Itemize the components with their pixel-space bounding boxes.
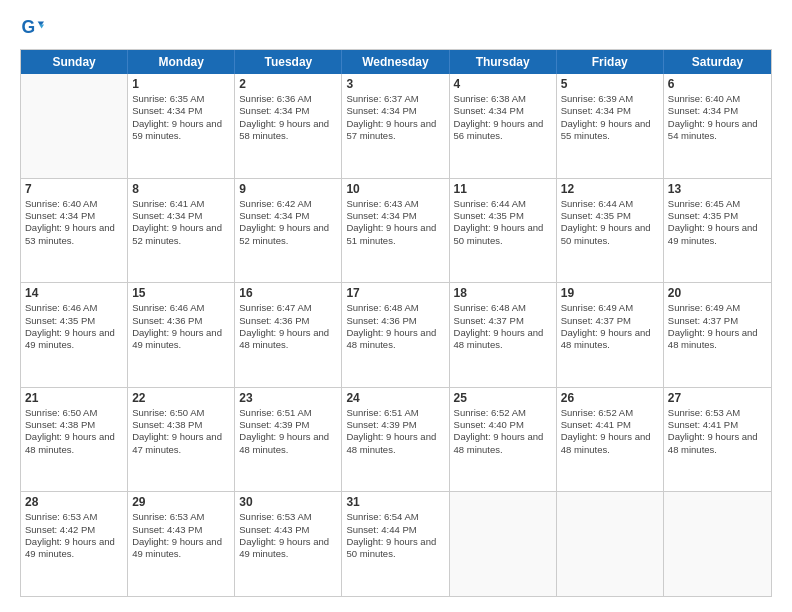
cell-info: Sunrise: 6:48 AMSunset: 4:37 PMDaylight:…: [454, 302, 552, 351]
calendar-cell-2-4: 18Sunrise: 6:48 AMSunset: 4:37 PMDayligh…: [450, 283, 557, 387]
day-number: 16: [239, 286, 337, 300]
cell-info: Sunrise: 6:35 AMSunset: 4:34 PMDaylight:…: [132, 93, 230, 142]
day-number: 31: [346, 495, 444, 509]
header-day-friday: Friday: [557, 50, 664, 74]
calendar-cell-4-5: [557, 492, 664, 596]
calendar-cell-2-6: 20Sunrise: 6:49 AMSunset: 4:37 PMDayligh…: [664, 283, 771, 387]
cell-info: Sunrise: 6:40 AMSunset: 4:34 PMDaylight:…: [668, 93, 767, 142]
cell-info: Sunrise: 6:36 AMSunset: 4:34 PMDaylight:…: [239, 93, 337, 142]
day-number: 14: [25, 286, 123, 300]
cell-info: Sunrise: 6:46 AMSunset: 4:35 PMDaylight:…: [25, 302, 123, 351]
day-number: 20: [668, 286, 767, 300]
day-number: 23: [239, 391, 337, 405]
day-number: 28: [25, 495, 123, 509]
svg-marker-2: [39, 25, 44, 29]
calendar-cell-3-3: 24Sunrise: 6:51 AMSunset: 4:39 PMDayligh…: [342, 388, 449, 492]
calendar-cell-2-3: 17Sunrise: 6:48 AMSunset: 4:36 PMDayligh…: [342, 283, 449, 387]
day-number: 1: [132, 77, 230, 91]
cell-info: Sunrise: 6:39 AMSunset: 4:34 PMDaylight:…: [561, 93, 659, 142]
cell-info: Sunrise: 6:40 AMSunset: 4:34 PMDaylight:…: [25, 198, 123, 247]
cell-info: Sunrise: 6:46 AMSunset: 4:36 PMDaylight:…: [132, 302, 230, 351]
day-number: 25: [454, 391, 552, 405]
calendar-cell-3-5: 26Sunrise: 6:52 AMSunset: 4:41 PMDayligh…: [557, 388, 664, 492]
calendar-row-0: 1Sunrise: 6:35 AMSunset: 4:34 PMDaylight…: [21, 74, 771, 178]
calendar-header: SundayMondayTuesdayWednesdayThursdayFrid…: [21, 50, 771, 74]
cell-info: Sunrise: 6:47 AMSunset: 4:36 PMDaylight:…: [239, 302, 337, 351]
header-day-wednesday: Wednesday: [342, 50, 449, 74]
calendar-cell-3-6: 27Sunrise: 6:53 AMSunset: 4:41 PMDayligh…: [664, 388, 771, 492]
day-number: 24: [346, 391, 444, 405]
calendar-cell-1-3: 10Sunrise: 6:43 AMSunset: 4:34 PMDayligh…: [342, 179, 449, 283]
day-number: 15: [132, 286, 230, 300]
day-number: 7: [25, 182, 123, 196]
header-day-sunday: Sunday: [21, 50, 128, 74]
day-number: 21: [25, 391, 123, 405]
cell-info: Sunrise: 6:41 AMSunset: 4:34 PMDaylight:…: [132, 198, 230, 247]
calendar-cell-1-6: 13Sunrise: 6:45 AMSunset: 4:35 PMDayligh…: [664, 179, 771, 283]
day-number: 3: [346, 77, 444, 91]
day-number: 2: [239, 77, 337, 91]
calendar-cell-0-1: 1Sunrise: 6:35 AMSunset: 4:34 PMDaylight…: [128, 74, 235, 178]
cell-info: Sunrise: 6:44 AMSunset: 4:35 PMDaylight:…: [561, 198, 659, 247]
cell-info: Sunrise: 6:48 AMSunset: 4:36 PMDaylight:…: [346, 302, 444, 351]
cell-info: Sunrise: 6:51 AMSunset: 4:39 PMDaylight:…: [239, 407, 337, 456]
day-number: 11: [454, 182, 552, 196]
cell-info: Sunrise: 6:50 AMSunset: 4:38 PMDaylight:…: [132, 407, 230, 456]
calendar-row-2: 14Sunrise: 6:46 AMSunset: 4:35 PMDayligh…: [21, 282, 771, 387]
calendar-cell-1-5: 12Sunrise: 6:44 AMSunset: 4:35 PMDayligh…: [557, 179, 664, 283]
day-number: 19: [561, 286, 659, 300]
calendar-cell-0-4: 4Sunrise: 6:38 AMSunset: 4:34 PMDaylight…: [450, 74, 557, 178]
calendar: SundayMondayTuesdayWednesdayThursdayFrid…: [20, 49, 772, 597]
cell-info: Sunrise: 6:45 AMSunset: 4:35 PMDaylight:…: [668, 198, 767, 247]
calendar-cell-0-0: [21, 74, 128, 178]
calendar-cell-3-1: 22Sunrise: 6:50 AMSunset: 4:38 PMDayligh…: [128, 388, 235, 492]
calendar-body: 1Sunrise: 6:35 AMSunset: 4:34 PMDaylight…: [21, 74, 771, 596]
calendar-cell-3-2: 23Sunrise: 6:51 AMSunset: 4:39 PMDayligh…: [235, 388, 342, 492]
logo-icon: G: [20, 15, 44, 39]
cell-info: Sunrise: 6:50 AMSunset: 4:38 PMDaylight:…: [25, 407, 123, 456]
day-number: 12: [561, 182, 659, 196]
calendar-cell-0-3: 3Sunrise: 6:37 AMSunset: 4:34 PMDaylight…: [342, 74, 449, 178]
page: G SundayMondayTuesdayWednesdayThursdayFr…: [0, 0, 792, 612]
day-number: 27: [668, 391, 767, 405]
cell-info: Sunrise: 6:44 AMSunset: 4:35 PMDaylight:…: [454, 198, 552, 247]
day-number: 6: [668, 77, 767, 91]
calendar-cell-4-4: [450, 492, 557, 596]
cell-info: Sunrise: 6:53 AMSunset: 4:43 PMDaylight:…: [239, 511, 337, 560]
cell-info: Sunrise: 6:52 AMSunset: 4:40 PMDaylight:…: [454, 407, 552, 456]
cell-info: Sunrise: 6:53 AMSunset: 4:43 PMDaylight:…: [132, 511, 230, 560]
calendar-cell-3-0: 21Sunrise: 6:50 AMSunset: 4:38 PMDayligh…: [21, 388, 128, 492]
day-number: 18: [454, 286, 552, 300]
cell-info: Sunrise: 6:43 AMSunset: 4:34 PMDaylight:…: [346, 198, 444, 247]
logo: G: [20, 15, 48, 39]
calendar-cell-4-1: 29Sunrise: 6:53 AMSunset: 4:43 PMDayligh…: [128, 492, 235, 596]
calendar-row-1: 7Sunrise: 6:40 AMSunset: 4:34 PMDaylight…: [21, 178, 771, 283]
calendar-cell-0-6: 6Sunrise: 6:40 AMSunset: 4:34 PMDaylight…: [664, 74, 771, 178]
cell-info: Sunrise: 6:53 AMSunset: 4:41 PMDaylight:…: [668, 407, 767, 456]
calendar-cell-1-0: 7Sunrise: 6:40 AMSunset: 4:34 PMDaylight…: [21, 179, 128, 283]
day-number: 22: [132, 391, 230, 405]
calendar-cell-2-1: 15Sunrise: 6:46 AMSunset: 4:36 PMDayligh…: [128, 283, 235, 387]
calendar-cell-4-3: 31Sunrise: 6:54 AMSunset: 4:44 PMDayligh…: [342, 492, 449, 596]
header-day-thursday: Thursday: [450, 50, 557, 74]
cell-info: Sunrise: 6:52 AMSunset: 4:41 PMDaylight:…: [561, 407, 659, 456]
day-number: 5: [561, 77, 659, 91]
calendar-cell-2-2: 16Sunrise: 6:47 AMSunset: 4:36 PMDayligh…: [235, 283, 342, 387]
calendar-cell-4-2: 30Sunrise: 6:53 AMSunset: 4:43 PMDayligh…: [235, 492, 342, 596]
cell-info: Sunrise: 6:53 AMSunset: 4:42 PMDaylight:…: [25, 511, 123, 560]
calendar-cell-1-4: 11Sunrise: 6:44 AMSunset: 4:35 PMDayligh…: [450, 179, 557, 283]
calendar-row-3: 21Sunrise: 6:50 AMSunset: 4:38 PMDayligh…: [21, 387, 771, 492]
day-number: 4: [454, 77, 552, 91]
calendar-cell-1-2: 9Sunrise: 6:42 AMSunset: 4:34 PMDaylight…: [235, 179, 342, 283]
calendar-cell-1-1: 8Sunrise: 6:41 AMSunset: 4:34 PMDaylight…: [128, 179, 235, 283]
calendar-cell-2-5: 19Sunrise: 6:49 AMSunset: 4:37 PMDayligh…: [557, 283, 664, 387]
header-day-monday: Monday: [128, 50, 235, 74]
header-day-saturday: Saturday: [664, 50, 771, 74]
calendar-cell-3-4: 25Sunrise: 6:52 AMSunset: 4:40 PMDayligh…: [450, 388, 557, 492]
day-number: 13: [668, 182, 767, 196]
svg-text:G: G: [22, 17, 36, 37]
day-number: 29: [132, 495, 230, 509]
calendar-cell-0-2: 2Sunrise: 6:36 AMSunset: 4:34 PMDaylight…: [235, 74, 342, 178]
header: G: [20, 15, 772, 39]
day-number: 10: [346, 182, 444, 196]
